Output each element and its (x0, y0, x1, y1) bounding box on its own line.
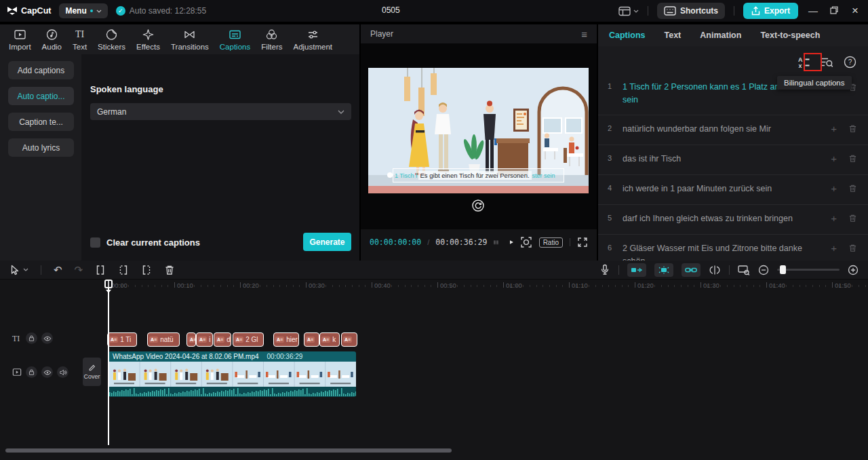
caption-clip[interactable]: A≡hier (273, 332, 299, 347)
text-track-lock-button[interactable] (26, 332, 37, 344)
sidebar-item-add-captions[interactable]: Add captions (8, 61, 74, 79)
sidebar-item-caption-templates[interactable]: Caption te... (8, 113, 74, 131)
tab-captions[interactable]: Captions (215, 27, 255, 52)
caption-clip[interactable]: A≡ (304, 332, 319, 347)
tab-stickers[interactable]: Stickers (93, 27, 130, 52)
caption-clip[interactable]: A≡k (319, 332, 340, 347)
add-caption-icon[interactable]: + (831, 154, 837, 164)
timeline-ruler[interactable]: 00:0000:1000:2000:3000:4000:5001:0001:10… (0, 280, 868, 292)
zoom-in-button[interactable] (848, 265, 859, 275)
video-clip[interactable]: WhatsApp Video 2024-04-26 at 8.02.06 PM.… (108, 351, 356, 397)
tab-import[interactable]: Import (4, 27, 36, 52)
preview-quality-button[interactable] (738, 265, 750, 275)
tab-animation[interactable]: Animation (700, 31, 741, 40)
player-menu-icon[interactable]: ≡ (581, 28, 587, 40)
caption-text[interactable]: das ist ihr Tisch (617, 153, 831, 166)
playhead-line[interactable] (108, 280, 109, 445)
playhead-handle[interactable] (104, 280, 113, 288)
ruler-label: 00:50 (440, 282, 456, 289)
zoom-slider-handle[interactable] (780, 265, 786, 274)
split-button[interactable] (95, 265, 106, 275)
caption-row[interactable]: 2natürlich wunderbar dann folgen sie Mir… (598, 115, 868, 145)
ruler-minor-tick (523, 285, 524, 287)
export-button[interactable]: Export (743, 3, 798, 19)
delete-caption-icon[interactable] (848, 214, 857, 223)
caption-clip[interactable]: A≡i (196, 332, 213, 347)
caption-text[interactable]: darf ich Ihnen gleich etwas zu trinken b… (617, 212, 831, 225)
delete-caption-icon[interactable] (848, 184, 857, 193)
generate-button[interactable]: Generate (303, 233, 351, 251)
caption-clip[interactable]: A≡2 Gl (233, 332, 264, 347)
caption-text[interactable]: 2 Gläser Wasser mit Eis und Zitrone bitt… (617, 242, 831, 261)
clear-captions-checkbox[interactable] (90, 237, 100, 248)
frame-view-icon[interactable] (493, 238, 499, 247)
ruler-minor-tick (339, 285, 340, 287)
close-button[interactable]: × (849, 4, 861, 18)
minimize-button[interactable]: — (807, 5, 819, 16)
delete-button[interactable] (164, 265, 175, 275)
timeline-scrollbar[interactable] (5, 448, 452, 453)
delete-caption-icon[interactable] (848, 244, 857, 252)
auto-snap-toggle[interactable] (654, 263, 673, 277)
tab-text-to-speech[interactable]: Text-to-speech (760, 31, 820, 40)
add-caption-icon[interactable]: + (831, 214, 837, 223)
split-left-button[interactable] (118, 265, 129, 275)
caption-clip[interactable]: A≡1 Ti (107, 332, 137, 347)
caption-row[interactable]: 5darf ich Ihnen gleich etwas zu trinken … (598, 205, 868, 235)
caption-text[interactable]: natürlich wunderbar dann folgen sie Mir (617, 123, 831, 136)
text-track-visibility-button[interactable] (41, 332, 53, 344)
tab-transitions[interactable]: Transitions (166, 27, 214, 52)
tab-adjustment[interactable]: Adjustment (289, 27, 338, 52)
video-preview-area[interactable]: 1 Tisch f Es gibt einen Tisch für zwei P… (361, 43, 597, 229)
tab-audio[interactable]: Audio (37, 27, 66, 52)
sidebar-item-auto-lyrics[interactable]: Auto lyrics (8, 138, 74, 157)
add-caption-icon[interactable]: + (831, 244, 837, 253)
player-caption-overlay[interactable]: 1 Tisch f Es gibt einen Tisch für zwei P… (393, 168, 564, 183)
main-track-magnet-toggle[interactable] (627, 263, 646, 277)
link-toggle[interactable] (682, 263, 701, 277)
tab-text[interactable]: TI Text (68, 27, 92, 52)
redo-button[interactable]: ↷ (75, 265, 83, 275)
record-voiceover-icon[interactable] (599, 264, 610, 275)
add-caption-icon[interactable]: + (831, 184, 837, 193)
caption-row[interactable]: 3das ist ihr Tisch+ (598, 145, 868, 175)
video-track-lock-button[interactable] (26, 366, 37, 378)
tab-filters[interactable]: Filters (256, 27, 287, 52)
shortcuts-button[interactable]: Shortcuts (657, 3, 725, 19)
language-select[interactable]: German (90, 103, 351, 120)
restore-button[interactable] (828, 5, 840, 16)
menu-button[interactable]: Menu (59, 3, 107, 18)
caption-clip[interactable]: A≡natü (147, 332, 180, 347)
play-button[interactable] (509, 237, 513, 247)
tab-text[interactable]: Text (664, 31, 681, 40)
tab-captions[interactable]: Captions (609, 31, 645, 40)
caption-row[interactable]: 62 Gläser Wasser mit Eis und Zitrone bit… (598, 235, 868, 261)
ruler-minor-tick (411, 285, 412, 287)
delete-caption-icon[interactable] (848, 154, 857, 163)
add-caption-icon[interactable]: + (831, 124, 837, 134)
timeline-zoom-slider[interactable] (777, 269, 840, 271)
undo-button[interactable]: ↶ (54, 265, 62, 275)
video-track-mute-button[interactable] (57, 366, 68, 378)
edit-cover-button[interactable]: Cover (83, 358, 101, 386)
caption-clip[interactable]: A≡ (341, 332, 357, 347)
select-tool-button[interactable] (9, 265, 28, 275)
loop-refresh-icon[interactable] (472, 199, 484, 212)
workspace-layout-button[interactable] (618, 6, 639, 16)
caption-row[interactable]: 4ich werde in 1 paar Minuten zurück sein… (598, 175, 868, 205)
help-button[interactable]: ? (842, 54, 857, 69)
mirror-split-button[interactable] (709, 265, 721, 275)
caption-clip[interactable]: A≡ (186, 332, 196, 347)
zoom-out-button[interactable] (758, 265, 769, 275)
caption-text[interactable]: ich werde in 1 paar Minuten zurück sein (617, 183, 831, 195)
tab-effects[interactable]: Effects (132, 27, 165, 52)
ratio-button[interactable]: Ratio (539, 237, 563, 248)
video-track-visibility-button[interactable] (41, 366, 53, 378)
caption-drag-handle[interactable] (387, 172, 393, 178)
delete-caption-icon[interactable] (848, 124, 857, 133)
split-right-button[interactable] (141, 265, 152, 275)
caption-clip[interactable]: A≡d (214, 332, 231, 347)
fullscreen-icon[interactable] (577, 237, 588, 248)
focus-preview-icon[interactable] (520, 236, 532, 248)
sidebar-item-auto-captions[interactable]: Auto captio... (8, 87, 74, 105)
